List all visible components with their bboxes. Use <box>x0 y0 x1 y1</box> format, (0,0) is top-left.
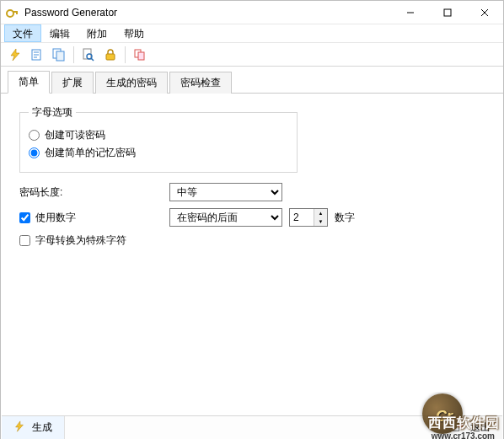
row-convert-special: 字母转换为特殊字符 <box>19 233 490 248</box>
copy-list-icon[interactable] <box>50 46 68 64</box>
menu-edit[interactable]: 编辑 <box>41 24 78 42</box>
tab-strip: 简单 扩展 生成的密码 密码检查 <box>1 70 503 94</box>
use-numbers-checkbox[interactable] <box>19 212 30 223</box>
svg-marker-7 <box>11 49 19 61</box>
svg-rect-17 <box>106 54 115 60</box>
numbers-position-select[interactable]: 在密码的前面 在密码的后面 随机 <box>169 208 282 227</box>
search-file-icon[interactable] <box>79 46 98 64</box>
tab-check-label: 密码检查 <box>180 77 221 88</box>
lock-icon[interactable] <box>101 46 120 64</box>
menu-extra[interactable]: 附加 <box>78 24 115 42</box>
bottom-spacer <box>65 416 439 439</box>
tab-generated-label: 生成的密码 <box>106 77 157 88</box>
radio-readable[interactable] <box>29 130 40 141</box>
number-count-input[interactable] <box>290 209 314 226</box>
maximize-button[interactable] <box>429 1 466 24</box>
length-label: 密码长度: <box>19 185 62 200</box>
tab-generated[interactable]: 生成的密码 <box>95 72 168 94</box>
letter-options-legend: 字母选项 <box>29 105 76 120</box>
convert-special-label[interactable]: 字母转换为特殊字符 <box>35 233 126 248</box>
toolbar-separator <box>73 46 74 63</box>
exit-icon <box>452 420 464 435</box>
minimize-button[interactable] <box>392 1 429 24</box>
row-use-numbers: 使用数字 在密码的前面 在密码的后面 随机 ▲ ▼ 数字 <box>19 208 490 227</box>
exit-button[interactable]: 退出 <box>439 416 502 439</box>
tab-extended-label: 扩展 <box>62 77 83 88</box>
lightning-icon <box>13 420 25 435</box>
spin-up-icon[interactable]: ▲ <box>314 209 327 217</box>
svg-rect-4 <box>444 9 451 16</box>
number-count-suffix: 数字 <box>335 211 355 225</box>
menu-bar: 文件 编辑 附加 帮助 <box>1 24 503 43</box>
spin-down-icon[interactable]: ▼ <box>314 217 327 226</box>
menu-edit-label: 编辑 <box>50 28 70 40</box>
tab-simple[interactable]: 简单 <box>8 71 50 94</box>
radio-simple-memory[interactable] <box>29 147 40 158</box>
convert-special-checkbox[interactable] <box>19 235 30 246</box>
menu-help[interactable]: 帮助 <box>115 24 153 42</box>
row-length: 密码长度: 短 中等 长 <box>19 183 490 201</box>
tab-extended[interactable]: 扩展 <box>51 72 94 94</box>
note-icon[interactable] <box>28 46 46 64</box>
tab-panel-simple: 字母选项 创建可读密码 创建简单的记忆密码 密码长度: 短 中等 长 使用数字 … <box>1 94 503 260</box>
generate-button-label: 生成 <box>32 420 52 435</box>
app-icon <box>6 6 19 19</box>
lightning-icon[interactable] <box>6 46 24 64</box>
letter-options-group: 字母选项 创建可读密码 创建简单的记忆密码 <box>19 105 298 173</box>
radio-readable-label[interactable]: 创建可读密码 <box>45 128 105 142</box>
generate-button[interactable]: 生成 <box>2 416 65 439</box>
exit-button-label: 退出 <box>470 420 491 435</box>
window-title: Password Generator <box>24 7 117 19</box>
length-select[interactable]: 短 中等 长 <box>169 183 282 201</box>
close-button[interactable] <box>466 1 503 24</box>
number-count-spinner[interactable]: ▲ ▼ <box>289 208 328 227</box>
menu-file[interactable]: 文件 <box>4 24 41 42</box>
tab-simple-label: 简单 <box>19 76 39 88</box>
svg-line-16 <box>91 58 94 61</box>
toolbar <box>1 43 503 67</box>
title-bar: Password Generator <box>1 1 503 24</box>
window-controls <box>392 1 503 24</box>
svg-rect-13 <box>56 51 64 61</box>
menu-help-label: 帮助 <box>124 28 144 40</box>
menu-extra-label: 附加 <box>87 28 107 40</box>
svg-point-0 <box>7 10 13 17</box>
radio-simple-memory-label[interactable]: 创建简单的记忆密码 <box>45 146 136 160</box>
use-numbers-label[interactable]: 使用数字 <box>35 211 76 225</box>
tab-check[interactable]: 密码检查 <box>169 72 232 94</box>
svg-rect-2 <box>16 11 18 14</box>
two-docs-icon[interactable] <box>131 46 149 64</box>
svg-rect-19 <box>138 52 144 60</box>
bottom-bar: 生成 退出 <box>2 415 502 439</box>
toolbar-separator <box>125 46 126 63</box>
svg-marker-20 <box>16 421 24 431</box>
menu-file-label: 文件 <box>13 28 33 40</box>
